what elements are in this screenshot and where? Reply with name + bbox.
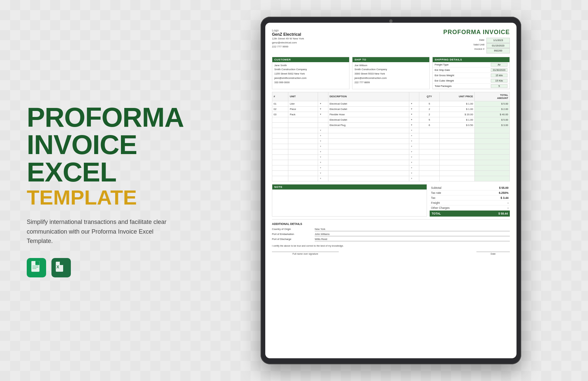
table-row-empty: ▼ ▼ — [272, 165, 510, 170]
col-desc-arrow — [409, 92, 419, 101]
total-label: TOTAL — [432, 212, 441, 215]
table-row: Electrical Outlet ▼ 5 $ 1.00 $ 5.00 — [272, 117, 510, 122]
freight-total-value: - — [507, 201, 508, 205]
tablet-screen[interactable]: Logo GenZ Electrical 12th Street 49 W Ne… — [265, 23, 517, 358]
col-num: # — [272, 92, 288, 101]
table-row: Electrical Plug ▼ 6 $ 0.50 $ 3.00 — [272, 122, 510, 128]
page-container: PROFORMA INVOICE EXCEL TEMPLATE Simplify… — [0, 0, 588, 381]
row-total: $ 40.00 — [474, 112, 509, 117]
additional-title: ADDITIONAL DETAILS — [272, 222, 510, 226]
discharge-label: Port of Discharge — [272, 238, 312, 241]
row-total: $ 5.00 — [474, 101, 509, 106]
left-panel: PROFORMA INVOICE EXCEL TEMPLATE Simplify… — [0, 84, 207, 297]
additional-grid: Country of Origin New York Port of Embar… — [272, 228, 510, 241]
freight-total-label: Freight — [431, 201, 440, 205]
other-charges-row: Other Charges - — [430, 206, 510, 211]
signature-block: Full name over signature — [272, 252, 339, 255]
ship-date-row: Est Ship Date 01/30/2023 — [433, 68, 509, 73]
col-unit-arrow — [318, 92, 328, 101]
google-sheets-icon[interactable] — [27, 258, 46, 277]
packages-value: 5 — [491, 84, 507, 88]
row-unit-arrow — [318, 117, 328, 122]
col-unit-price: UNIT PRICE — [439, 92, 474, 101]
note-section: NOTE — [272, 184, 427, 217]
items-table: # UNIT DESCRIPTION QTY UNIT PRICE TOTALA… — [272, 92, 510, 181]
row-price: $ 1.00 — [439, 106, 474, 112]
table-row: 03 Pack ▼ Flexible Hose ▼ 2 $ 20.00 $ 40… — [272, 112, 510, 117]
col-qty: QTY — [419, 92, 440, 101]
row-num: 01 — [272, 101, 288, 106]
col-unit: UNIT — [288, 92, 318, 101]
note-block: NOTE — [272, 184, 427, 217]
note-header: NOTE — [272, 184, 427, 189]
row-price: $ 1.00 — [439, 117, 474, 122]
company-info: Logo GenZ Electrical 12th Street 49 W Ne… — [272, 29, 304, 49]
meta-values: 1/1/2023 01/15/2023 992200 — [486, 38, 510, 53]
row-total: $ 5.00 — [474, 117, 509, 122]
row-unit: Pack — [288, 112, 318, 117]
invoice-title-block: PROFORMA INVOICE Date Valid Until Invoic… — [443, 29, 510, 53]
meta-labels: Date Valid Until Invoice # — [473, 38, 484, 51]
table-row-empty: ▼ ▼ — [272, 138, 510, 144]
row-qty: 2 — [419, 106, 440, 112]
packages-label: Total Packages — [435, 85, 452, 88]
tax-rate-label: Tax rate — [431, 191, 441, 195]
additional-details: ADDITIONAL DETAILS Country of Origin New… — [272, 219, 510, 255]
svg-rect-4 — [32, 267, 38, 268]
col-desc: DESCRIPTION — [328, 92, 409, 101]
table-row-empty: ▼ ▼ — [272, 170, 510, 176]
total-value: $ 58.44 — [498, 212, 508, 215]
country-value: New York — [315, 228, 510, 231]
table-row-empty: ▼ ▼ — [272, 133, 510, 138]
row-unit — [288, 117, 318, 122]
tablet-wrapper: Logo GenZ Electrical 12th Street 49 W Ne… — [207, 10, 588, 371]
ship-to-content: Joe Willson Smith Construction Company 3… — [352, 62, 429, 86]
invoice-number-value: 992200 — [486, 48, 510, 53]
date-block: Date — [476, 252, 510, 255]
invoice-header: Logo GenZ Electrical 12th Street 49 W Ne… — [272, 29, 510, 53]
row-num — [272, 117, 288, 122]
ship-to-header: SHIP TO — [352, 57, 429, 62]
customer-block: CUSTOMER Jane Smith Smith Construction C… — [272, 57, 349, 89]
customer-content: Jane Smith Smith Construction Company 11… — [272, 62, 349, 86]
row-price: $ 20.00 — [439, 112, 474, 117]
title-excel: EXCEL — [27, 158, 187, 186]
table-row-empty: ▼ ▼ — [272, 144, 510, 149]
ship-to-block: SHIP TO Joe Willson Smith Construction C… — [352, 57, 430, 89]
totals-section: Subtotal $ 55.00 Tax rate 6.250% Tax $ 3… — [430, 185, 510, 217]
excel-icon[interactable]: X — [51, 258, 71, 277]
other-charges-value: - — [507, 206, 508, 210]
freight-row: Freight Type Air — [433, 62, 509, 68]
ship-date-label: Est Ship Date — [435, 69, 450, 72]
cubic-weight-row: Est Cubic Weight 15 Kilo — [433, 78, 509, 84]
app-icons-row: X — [27, 258, 187, 277]
embarkation-value: John Willams — [315, 233, 510, 236]
subtotal-value: $ 55.00 — [499, 186, 508, 189]
row-desc-arrow: ▼ — [409, 117, 419, 122]
svg-rect-7 — [60, 262, 63, 265]
row-desc-arrow: ▼ — [409, 101, 419, 106]
tax-rate-row: Tax rate 6.250% — [430, 190, 510, 196]
table-row-empty: ▼ ▼ — [272, 128, 510, 133]
row-qty: 6 — [419, 122, 440, 128]
freight-total-row: Freight - — [430, 201, 510, 206]
proforma-invoice-title: PROFORMA INVOICE — [443, 29, 510, 36]
row-num — [272, 122, 288, 128]
certify-text: I certify the above to be true and corre… — [272, 245, 510, 247]
packages-row: Total Packages 5 — [433, 84, 509, 89]
row-num: 03 — [272, 112, 288, 117]
cubic-weight-label: Est Cubic Weight — [435, 79, 454, 82]
info-grid: CUSTOMER Jane Smith Smith Construction C… — [272, 57, 510, 89]
country-label: Country of Origin — [272, 228, 312, 231]
row-unit — [288, 122, 318, 128]
total-final-row: TOTAL $ 58.44 — [430, 211, 510, 217]
gross-weight-row: Est Gross Weight 15 kilo — [433, 73, 509, 78]
row-num: 02 — [272, 106, 288, 112]
company-name: GenZ Electrical — [272, 32, 304, 37]
row-desc-arrow: ▼ — [409, 122, 419, 128]
table-row-empty: ▼ ▼ — [272, 160, 510, 165]
table-row-empty: ▼ ▼ — [272, 176, 510, 181]
row-qty: 5 — [419, 101, 440, 106]
title-invoice: INVOICE — [27, 131, 187, 158]
row-qty: 5 — [419, 117, 440, 122]
